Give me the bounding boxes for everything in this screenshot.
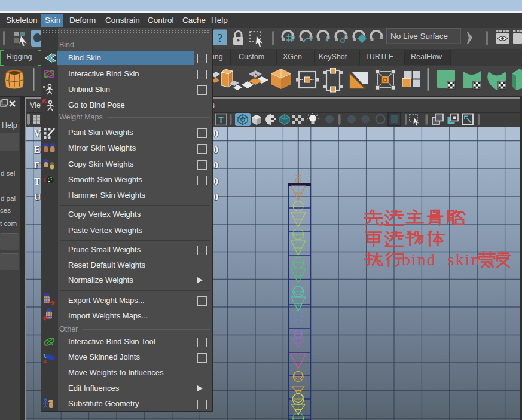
svg-text:bind skin: bind skin [402,250,480,269]
svg-text:No Live Surface: No Live Surface [390,32,448,41]
svg-text:T: T [218,115,224,125]
svg-text:?: ? [217,32,223,45]
